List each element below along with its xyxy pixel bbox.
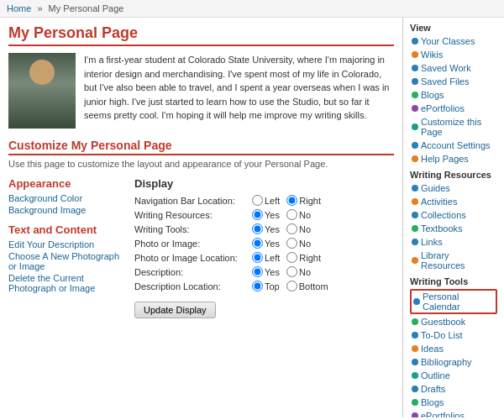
eportfolios-icon [412, 105, 418, 112]
display-row-desc-loc: Description Location: Top Bottom [134, 281, 394, 291]
sidebar-item-customize[interactable]: Customize this Page [410, 116, 497, 138]
page-layout: My Personal Page I'm a first-year studen… [0, 18, 504, 417]
breadcrumb-current: My Personal Page [49, 3, 124, 13]
nav-right-option[interactable]: Right [286, 195, 321, 206]
profile-section: I'm a first-year student at Colorado Sta… [8, 53, 394, 129]
writing-res-no[interactable]: No [286, 209, 311, 220]
update-display-button[interactable]: Update Display [134, 302, 216, 318]
sidebar-item-personal-calendar[interactable]: Personal Calendar [410, 289, 497, 314]
main-content: My Personal Page I'm a first-year studen… [0, 18, 403, 417]
desc-no[interactable]: No [286, 266, 311, 277]
sidebar-view-title: View [410, 23, 497, 33]
display-row-desc: Description: Yes No [134, 266, 394, 277]
writing-res-yes[interactable]: Yes [252, 209, 280, 220]
sidebar-item-blogs-tools[interactable]: Blogs [410, 396, 497, 408]
sidebar-item-links[interactable]: Links [410, 236, 497, 248]
sidebar-item-eportfolios-tools[interactable]: ePortfolios [410, 410, 497, 417]
display-row-writing-tools: Writing Tools: Yes No [134, 223, 394, 234]
customize-columns: Appearance Background Color Background I… [8, 177, 394, 318]
breadcrumb-separator: » [37, 3, 45, 13]
desc-loc-top[interactable]: Top [252, 281, 280, 291]
todo-list-icon [412, 332, 418, 339]
background-image-link[interactable]: Background Image [8, 205, 126, 215]
wikis-icon [412, 51, 418, 58]
desc-yes[interactable]: Yes [252, 266, 280, 277]
sidebar: View Your Classes Wikis Saved Work Saved… [403, 18, 504, 417]
blogs-icon [412, 92, 418, 98]
desc-label: Description: [134, 267, 252, 277]
guides-icon [412, 185, 418, 192]
right-column: Display Navigation Bar Location: Left Ri… [134, 177, 394, 318]
eportfolios-tools-icon [412, 412, 418, 417]
sidebar-item-drafts[interactable]: Drafts [410, 383, 497, 395]
photo-loc-label: Photo or Image Location: [134, 253, 252, 263]
help-pages-icon [412, 155, 418, 162]
sidebar-item-wikis[interactable]: Wikis [410, 49, 497, 60]
display-row-photo-loc: Photo or Image Location: Left Right [134, 252, 394, 263]
your-classes-icon [412, 38, 418, 45]
blogs-tools-icon [412, 399, 418, 406]
sidebar-item-library-resources[interactable]: Library Resources [410, 249, 497, 271]
sidebar-item-outline[interactable]: Outline [410, 370, 497, 381]
nav-bar-label: Navigation Bar Location: [134, 196, 252, 206]
sidebar-item-ideas[interactable]: Ideas [410, 343, 497, 354]
left-column: Appearance Background Color Background I… [8, 177, 126, 318]
collections-icon [412, 212, 418, 218]
sidebar-item-eportfolios[interactable]: ePortfolios [410, 102, 497, 114]
sidebar-item-blogs[interactable]: Blogs [410, 89, 497, 101]
breadcrumb-home[interactable]: Home [7, 3, 31, 13]
sidebar-item-your-classes[interactable]: Your Classes [410, 35, 497, 47]
sidebar-item-bibliography[interactable]: Bibliography [410, 356, 497, 368]
edit-description-link[interactable]: Edit Your Description [8, 239, 126, 249]
activities-icon [412, 198, 418, 205]
photo-loc-options: Left Right [252, 252, 321, 263]
links-icon [412, 239, 418, 245]
profile-bio: I'm a first-year student at Colorado Sta… [84, 53, 394, 129]
desc-loc-bottom[interactable]: Bottom [286, 281, 328, 291]
desc-options: Yes No [252, 266, 311, 277]
sidebar-item-activities[interactable]: Activities [410, 196, 497, 207]
writing-tools-no[interactable]: No [286, 223, 311, 234]
breadcrumb: Home » My Personal Page [0, 0, 504, 18]
sidebar-item-guestbook[interactable]: Guestbook [410, 316, 497, 328]
writing-tools-yes[interactable]: Yes [252, 223, 280, 234]
nav-bar-options: Left Right [252, 195, 321, 206]
choose-photo-link[interactable]: Choose A New Photograph or Image [8, 251, 126, 271]
drafts-icon [412, 386, 418, 392]
photo-label: Photo or Image: [134, 239, 252, 249]
sidebar-item-saved-work[interactable]: Saved Work [410, 62, 497, 74]
account-settings-icon [412, 142, 418, 149]
saved-work-icon [412, 65, 418, 71]
sidebar-item-help-pages[interactable]: Help Pages [410, 153, 497, 165]
sidebar-item-saved-files[interactable]: Saved Files [410, 76, 497, 87]
photo-loc-left[interactable]: Left [252, 252, 280, 263]
sidebar-item-account-settings[interactable]: Account Settings [410, 139, 497, 151]
photo-yes[interactable]: Yes [252, 238, 280, 249]
outline-icon [412, 372, 418, 379]
display-row-nav: Navigation Bar Location: Left Right [134, 195, 394, 206]
sidebar-item-textbooks[interactable]: Textbooks [410, 223, 497, 234]
writing-res-label: Writing Resources: [134, 210, 252, 220]
photo-no[interactable]: No [286, 238, 311, 249]
background-color-link[interactable]: Background Color [8, 193, 126, 203]
delete-photo-link[interactable]: Delete the Current Photograph or Image [8, 273, 126, 293]
desc-loc-options: Top Bottom [252, 281, 328, 291]
bibliography-icon [412, 359, 418, 365]
library-resources-icon [412, 257, 418, 264]
nav-left-option[interactable]: Left [252, 195, 280, 206]
page-title: My Personal Page [8, 24, 394, 46]
sidebar-item-collections[interactable]: Collections [410, 209, 497, 221]
sidebar-writing-tools-title: Writing Tools [410, 276, 497, 286]
photo-loc-right[interactable]: Right [286, 252, 321, 263]
sidebar-item-guides[interactable]: Guides [410, 182, 497, 194]
customize-title: Customize My Personal Page [8, 139, 394, 155]
photo-options: Yes No [252, 238, 311, 249]
appearance-heading: Appearance [8, 177, 126, 190]
sidebar-item-todo-list[interactable]: To-Do List [410, 329, 497, 341]
guestbook-icon [412, 318, 418, 325]
sidebar-writing-resources-title: Writing Resources [410, 170, 497, 180]
text-content-heading: Text and Content [8, 223, 126, 236]
saved-files-icon [412, 78, 418, 85]
customize-icon [412, 123, 418, 130]
display-row-writing-res: Writing Resources: Yes No [134, 209, 394, 220]
